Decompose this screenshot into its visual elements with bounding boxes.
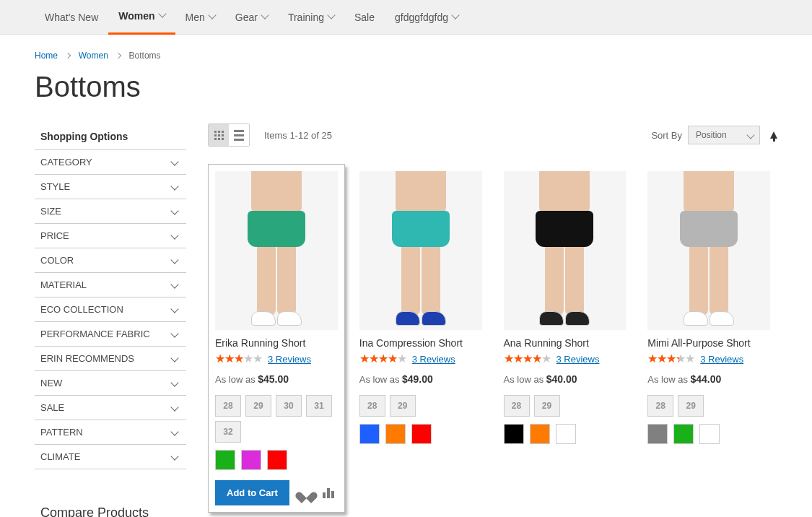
color-swatch[interactable] — [504, 424, 524, 444]
nav-item-men[interactable]: Men — [175, 0, 225, 35]
nav-item-women[interactable]: Women — [108, 0, 175, 35]
sort-value: Position — [696, 130, 727, 140]
filter-style[interactable]: STYLE — [35, 174, 186, 199]
reviews-link[interactable]: 3 Reviews — [268, 354, 311, 365]
size-swatch[interactable]: 29 — [245, 395, 271, 417]
size-swatch[interactable]: 28 — [647, 395, 673, 417]
size-swatch[interactable]: 28 — [504, 395, 530, 417]
grid-icon — [214, 131, 224, 140]
breadcrumb: Home Women Bottoms — [35, 51, 777, 61]
sort-select[interactable]: Position — [688, 126, 760, 144]
chevron-down-icon — [451, 11, 459, 19]
filter-erin-recommends[interactable]: ERIN RECOMMENDS — [35, 346, 186, 370]
chevron-right-icon — [65, 53, 71, 58]
color-swatch[interactable] — [411, 424, 432, 444]
price-prefix: As low as — [647, 374, 688, 385]
color-swatch[interactable] — [673, 424, 694, 444]
filter-price[interactable]: PRICE — [35, 223, 186, 248]
product-image[interactable] — [215, 171, 338, 330]
nav-item-sale[interactable]: Sale — [344, 0, 385, 35]
nav-item-what-s-new[interactable]: What's New — [35, 0, 108, 35]
nav-item-gfdggfdgfdg[interactable]: gfdggfdgfdg — [385, 0, 468, 35]
nav-label: Men — [185, 12, 205, 23]
size-swatch[interactable]: 28 — [215, 395, 241, 417]
filter-color[interactable]: COLOR — [35, 248, 186, 272]
filter-label: CLIMATE — [40, 451, 80, 462]
product-card[interactable]: Erika Running Short★★★★★★★★★★3 ReviewsAs… — [208, 164, 345, 513]
product-name[interactable]: Ina Compression Short — [359, 337, 482, 349]
product-image[interactable] — [647, 171, 770, 330]
product-card[interactable]: Ana Running Short★★★★★★★★★★3 ReviewsAs l… — [497, 164, 634, 513]
item-count: Items 1-12 of 25 — [264, 130, 332, 141]
size-swatch[interactable]: 29 — [390, 395, 416, 417]
size-swatch[interactable]: 30 — [276, 395, 302, 417]
filter-category[interactable]: CATEGORY — [35, 149, 186, 174]
color-swatch[interactable] — [215, 450, 235, 470]
color-swatch[interactable] — [556, 424, 576, 444]
product-name[interactable]: Erika Running Short — [215, 337, 338, 349]
reviews-link[interactable]: 3 Reviews — [412, 354, 455, 365]
breadcrumb-home-link[interactable]: Home — [35, 51, 58, 61]
product-name[interactable]: Ana Running Short — [504, 337, 627, 349]
chevron-down-icon — [158, 9, 166, 17]
filter-label: NEW — [40, 378, 62, 388]
color-swatch[interactable] — [359, 424, 380, 444]
size-swatch[interactable]: 29 — [678, 395, 704, 417]
breadcrumb-women-link[interactable]: Women — [79, 51, 108, 61]
chevron-down-icon — [170, 182, 178, 190]
chevron-down-icon — [170, 329, 178, 337]
filter-climate[interactable]: CLIMATE — [35, 444, 186, 469]
nav-item-gear[interactable]: Gear — [225, 0, 278, 35]
color-swatch[interactable] — [267, 450, 287, 470]
sort-direction-button[interactable] — [770, 131, 777, 139]
chevron-down-icon — [170, 305, 178, 313]
filter-label: ECO COLLECTION — [40, 304, 123, 315]
toolbar: Items 1-12 of 25 Sort By Position — [208, 123, 777, 147]
chevron-down-icon — [170, 378, 178, 386]
list-icon — [234, 130, 244, 141]
filter-new[interactable]: NEW — [35, 370, 186, 395]
product-card[interactable]: Mimi All-Purpose Short★★★★★★★★★★3 Review… — [640, 164, 777, 513]
breadcrumb-current: Bottoms — [129, 51, 161, 61]
filter-material[interactable]: MATERIAL — [35, 272, 186, 297]
grid-mode-button[interactable] — [209, 124, 229, 146]
compare-title: Compare Products — [35, 498, 186, 517]
main-nav: What's NewWomenMenGearTrainingSalegfdggf… — [0, 0, 812, 35]
price: $45.00 — [258, 373, 289, 385]
filter-label: ERIN RECOMMENDS — [40, 353, 134, 364]
filter-size[interactable]: SIZE — [35, 199, 186, 223]
size-swatch[interactable]: 32 — [215, 421, 241, 443]
nav-label: What's New — [45, 12, 98, 23]
product-image[interactable] — [359, 171, 482, 330]
compare-bars-icon[interactable] — [323, 488, 334, 498]
star-rating-icon: ★★★★★★★★★★ — [504, 353, 551, 365]
color-swatch[interactable] — [385, 424, 406, 444]
product-card[interactable]: Ina Compression Short★★★★★★★★★★3 Reviews… — [352, 164, 489, 513]
filter-performance-fabric[interactable]: PERFORMANCE FABRIC — [35, 321, 186, 346]
reviews-link[interactable]: 3 Reviews — [556, 354, 600, 365]
reviews-link[interactable]: 3 Reviews — [700, 354, 743, 365]
size-swatch[interactable]: 31 — [306, 395, 332, 417]
chevron-down-icon — [208, 11, 216, 19]
filter-label: PERFORMANCE FABRIC — [40, 329, 150, 339]
size-swatch[interactable]: 28 — [359, 395, 385, 417]
color-swatch[interactable] — [241, 450, 261, 470]
nav-item-training[interactable]: Training — [278, 0, 344, 35]
filter-pattern[interactable]: PATTERN — [35, 420, 186, 444]
list-mode-button[interactable] — [229, 124, 249, 146]
size-swatch[interactable]: 29 — [534, 395, 560, 417]
color-swatch[interactable] — [647, 424, 668, 444]
filter-label: CATEGORY — [40, 157, 92, 168]
price: $40.00 — [546, 373, 577, 385]
filter-eco-collection[interactable]: ECO COLLECTION — [35, 297, 186, 321]
color-swatch[interactable] — [530, 424, 550, 444]
filter-label: COLOR — [40, 255, 74, 266]
add-to-cart-button[interactable]: Add to Cart — [215, 480, 289, 505]
chevron-down-icon — [170, 231, 178, 239]
product-name[interactable]: Mimi All-Purpose Short — [647, 337, 770, 349]
product-image[interactable] — [504, 171, 627, 330]
filter-sale[interactable]: SALE — [35, 395, 186, 420]
color-swatch[interactable] — [699, 424, 720, 444]
wishlist-heart-icon[interactable] — [300, 487, 313, 499]
star-rating-icon: ★★★★★★★★★★ — [647, 353, 694, 365]
